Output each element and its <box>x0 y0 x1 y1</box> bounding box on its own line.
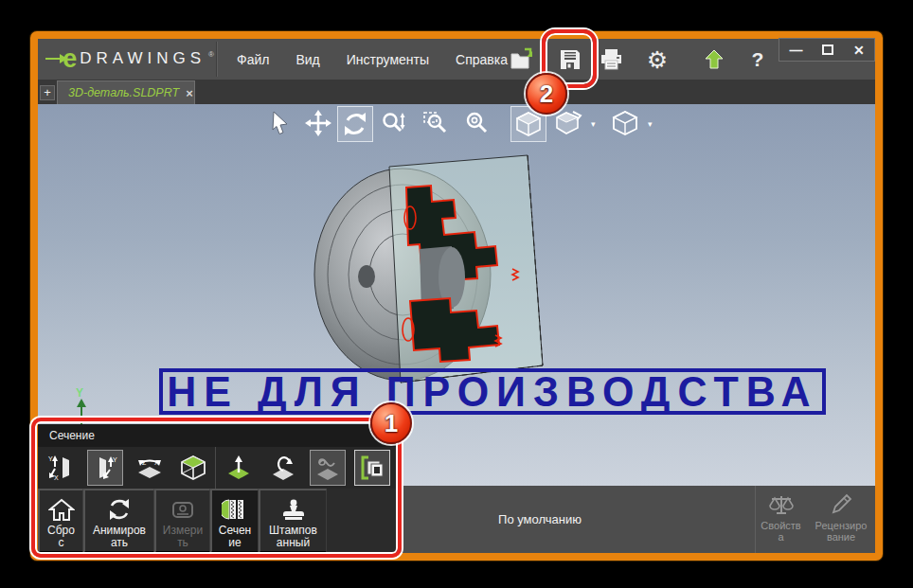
wireframe-cube-icon <box>612 110 638 136</box>
offset-plane-button[interactable] <box>216 447 260 489</box>
new-tab-button[interactable]: + <box>40 85 55 100</box>
animate-icon <box>106 497 133 522</box>
help-button[interactable]: ? <box>740 42 776 78</box>
logo-registered-mark: ® <box>208 50 214 59</box>
axis-y-label: Y <box>76 386 83 400</box>
section-action-bar: Сброс Анимировать <box>38 489 396 553</box>
print-icon <box>599 47 625 72</box>
configuration-label: По умолчанию <box>445 486 635 553</box>
title-bar: e DRAWINGS ® Файл Вид Инструменты Справк… <box>38 39 875 80</box>
callout-2-badge: 2 <box>526 73 567 115</box>
show-cut-caps-icon <box>358 454 386 482</box>
rotate-plane-icon <box>269 454 297 482</box>
section-panel-title: Сечение <box>38 424 396 447</box>
review-pencil-icon <box>830 493 852 516</box>
show-cut-caps-button[interactable] <box>349 447 394 489</box>
edrawings-window: e DRAWINGS ® Файл Вид Инструменты Справк… <box>30 31 883 561</box>
review-button[interactable]: Рецензирование <box>807 486 875 553</box>
measure-icon <box>170 497 196 522</box>
menu-file[interactable]: Файл <box>224 46 282 73</box>
section-panel-spacer <box>327 489 396 553</box>
display-style-dropdown-icon[interactable]: ▾ <box>648 119 653 129</box>
logo-separator <box>216 42 218 77</box>
section-button[interactable]: Сечение <box>210 489 259 553</box>
drag-section-button[interactable] <box>305 447 349 489</box>
zoom-area-button[interactable] <box>419 106 453 140</box>
settings-button[interactable]: ⚙ <box>639 42 675 78</box>
section-plane-xy-button[interactable]: YX <box>38 447 82 489</box>
drag-section-icon <box>313 454 342 482</box>
menu-tools[interactable]: Инструменты <box>333 46 442 73</box>
svg-text:Y: Y <box>48 455 53 462</box>
save-icon <box>558 47 582 72</box>
pan-tool-button[interactable] <box>301 106 335 140</box>
open-icon <box>509 47 535 72</box>
close-button[interactable]: ✕ <box>848 44 870 57</box>
screenshot-stage: e DRAWINGS ® Файл Вид Инструменты Справк… <box>0 0 913 588</box>
stamped-button[interactable]: Штампованный <box>259 489 327 553</box>
shaded-cube-icon <box>515 111 542 137</box>
section-plane-zx-button[interactable]: ZX <box>127 447 171 489</box>
publish-up-arrow-icon <box>704 48 725 71</box>
view-orientation-dropdown-icon[interactable]: ▾ <box>591 119 596 129</box>
animate-button[interactable]: Анимировать <box>83 489 154 553</box>
tab-close-icon[interactable]: × <box>186 86 193 100</box>
logo-e: e <box>63 46 77 72</box>
window-controls: — ✕ <box>779 38 875 62</box>
section-plane-zx-icon: ZX <box>134 454 165 482</box>
offset-plane-icon <box>224 454 253 482</box>
rotate-icon <box>342 111 368 137</box>
properties-button[interactable]: Свойства <box>755 486 807 553</box>
svg-text:X: X <box>54 474 59 481</box>
model-bore-hole <box>358 265 375 288</box>
section-plane-zy-icon: YZ <box>91 454 119 482</box>
zoom-area-icon <box>422 111 449 135</box>
callout-1-badge: 1 <box>370 402 412 444</box>
show-section-cube-button[interactable] <box>171 447 216 489</box>
section-plane-toolbar: YX YZ <box>38 447 396 489</box>
reset-button[interactable]: Сброс <box>38 489 83 553</box>
select-tool-button[interactable] <box>263 106 297 140</box>
tab-bar: + 3D-деталь.SLDPRT × <box>38 80 875 104</box>
edrawings-logo: e DRAWINGS ® <box>45 45 214 73</box>
review-label: Рецензирование <box>813 520 869 543</box>
rotate-plane-button[interactable] <box>260 447 305 489</box>
zoom-icon <box>381 111 407 135</box>
zoom-tool-button[interactable] <box>377 106 411 140</box>
stamp-icon <box>280 497 307 522</box>
document-tab[interactable]: 3D-деталь.SLDPRT × <box>57 80 195 104</box>
help-icon: ? <box>752 48 764 71</box>
settings-gear-icon: ⚙ <box>647 48 668 72</box>
tab-label: 3D-деталь.SLDPRT <box>68 86 179 99</box>
section-plane-xy-icon: YX <box>46 454 75 482</box>
measure-button[interactable]: Измерить <box>154 489 210 553</box>
zoom-fit-button[interactable] <box>460 106 494 140</box>
svg-text:Y: Y <box>113 456 117 463</box>
show-section-cube-icon <box>179 454 207 482</box>
svg-text:X: X <box>154 459 159 466</box>
logo-text: DRAWINGS <box>80 49 206 68</box>
pan-icon <box>305 110 331 136</box>
maximize-icon <box>822 45 833 55</box>
home-icon <box>48 497 75 522</box>
section-plane-zy-button[interactable]: YZ <box>82 447 127 489</box>
open-button[interactable] <box>504 42 540 78</box>
svg-text:Z: Z <box>103 472 108 478</box>
select-cursor-icon <box>269 111 292 135</box>
rotate-tool-button[interactable] <box>337 106 373 142</box>
section-icon <box>222 497 248 522</box>
menu-bar: Файл Вид Инструменты Справка <box>224 39 521 80</box>
watermark-text: НЕ ДЛЯ ПРОИЗВОДСТВА <box>167 368 817 415</box>
display-style-button[interactable] <box>608 106 642 140</box>
print-button[interactable] <box>594 42 630 78</box>
minimize-button[interactable]: — <box>783 44 808 57</box>
menu-view[interactable]: Вид <box>282 46 332 73</box>
publish-button[interactable] <box>696 42 732 78</box>
3d-model[interactable] <box>308 150 573 398</box>
maximize-button[interactable] <box>816 44 839 57</box>
save-button[interactable] <box>552 42 588 78</box>
properties-label: Свойства <box>761 520 801 543</box>
zoom-fit-icon <box>464 111 491 135</box>
watermark-box: НЕ ДЛЯ ПРОИЗВОДСТВА <box>159 368 826 415</box>
properties-scales-icon <box>769 493 794 516</box>
